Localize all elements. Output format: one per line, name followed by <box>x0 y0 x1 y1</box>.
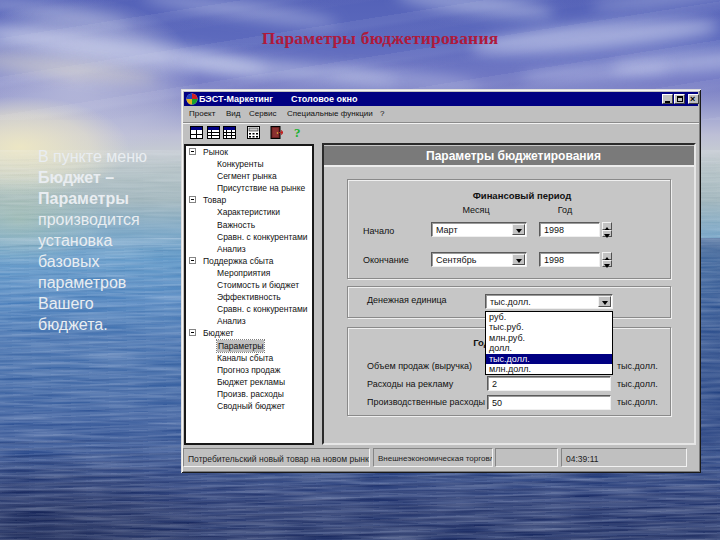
svg-text:?: ? <box>294 126 301 139</box>
